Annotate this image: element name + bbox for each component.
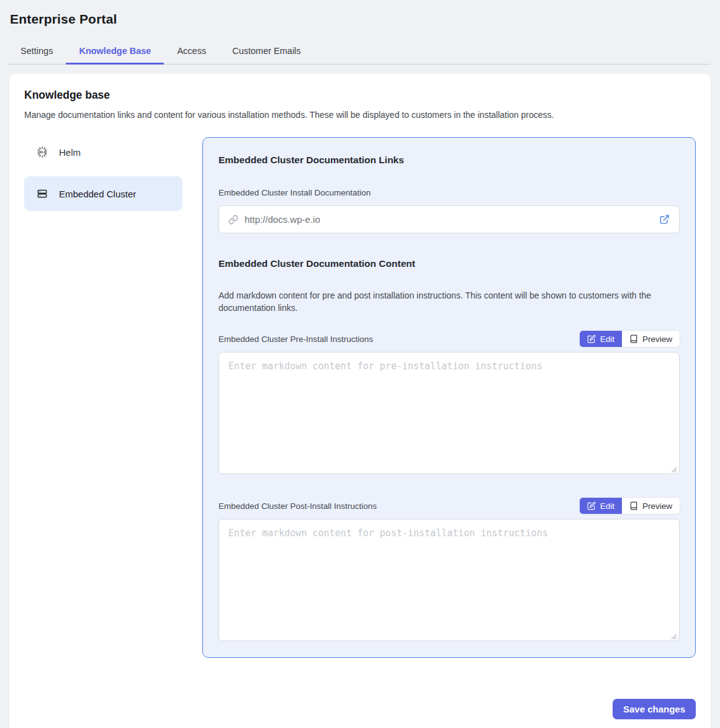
page-description: Manage documentation links and content f… (24, 110, 696, 120)
content-section-heading: Embedded Cluster Documentation Content (218, 258, 680, 269)
knowledge-base-card: Knowledge base Manage documentation link… (9, 73, 711, 728)
content-section-description: Add markdown content for pre and post in… (218, 289, 680, 314)
edit-icon (587, 501, 596, 510)
tab-customer-emails[interactable]: Customer Emails (219, 38, 313, 64)
save-row: Save changes (24, 699, 696, 719)
install-method-nav: HELM Helm Embedded Cluster (24, 137, 182, 211)
pre-install-preview-button[interactable]: Preview (622, 331, 680, 347)
tab-settings[interactable]: Settings (7, 38, 66, 64)
tab-knowledge-base[interactable]: Knowledge Base (66, 38, 164, 64)
install-doc-url-input[interactable] (245, 214, 653, 225)
save-changes-button[interactable]: Save changes (613, 699, 696, 719)
pre-install-header-row: Embedded Cluster Pre-Install Instruction… (218, 331, 680, 347)
post-install-edit-button[interactable]: Edit (580, 498, 622, 514)
server-stack-icon (36, 188, 48, 199)
post-install-preview-button[interactable]: Preview (622, 498, 680, 514)
tab-bar: Settings Knowledge Base Access Customer … (7, 38, 710, 65)
sidebar-item-label: Helm (59, 147, 81, 158)
sidebar-item-embedded-cluster[interactable]: Embedded Cluster (24, 176, 182, 211)
helm-logo-icon: HELM (36, 146, 48, 158)
edit-icon (587, 335, 596, 343)
pre-install-textarea[interactable] (218, 352, 680, 474)
post-install-header-row: Embedded Cluster Post-Install Instructio… (218, 498, 680, 514)
embedded-cluster-panel: Embedded Cluster Documentation Links Emb… (202, 137, 696, 658)
install-doc-label: Embedded Cluster Install Documentation (218, 188, 680, 197)
app-header: Enterprise Portal (0, 0, 720, 27)
external-link-icon[interactable] (659, 214, 670, 225)
pre-install-label: Embedded Cluster Pre-Install Instruction… (218, 335, 373, 344)
post-install-label: Embedded Cluster Post-Install Instructio… (218, 501, 377, 511)
sidebar-item-helm[interactable]: HELM Helm (24, 137, 182, 167)
link-icon (228, 215, 238, 225)
tab-access[interactable]: Access (164, 38, 219, 64)
install-doc-field (218, 205, 680, 233)
post-install-editor (218, 519, 680, 641)
content-row: HELM Helm Embedded Cluster Embedde (24, 137, 696, 658)
book-icon (629, 335, 638, 343)
post-install-mode-toggle: Edit Preview (580, 498, 680, 514)
resize-handle-icon[interactable] (670, 464, 677, 471)
pre-install-edit-button[interactable]: Edit (580, 331, 622, 347)
pre-install-editor (218, 352, 680, 474)
pre-install-mode-toggle: Edit Preview (580, 331, 680, 347)
book-icon (629, 501, 638, 510)
resize-handle-icon[interactable] (670, 631, 677, 638)
svg-text:HELM: HELM (38, 150, 47, 154)
post-install-textarea[interactable] (218, 519, 680, 641)
app-title: Enterprise Portal (10, 12, 710, 27)
page-title: Knowledge base (24, 89, 696, 102)
links-section-heading: Embedded Cluster Documentation Links (218, 155, 680, 166)
sidebar-item-label: Embedded Cluster (59, 189, 136, 199)
